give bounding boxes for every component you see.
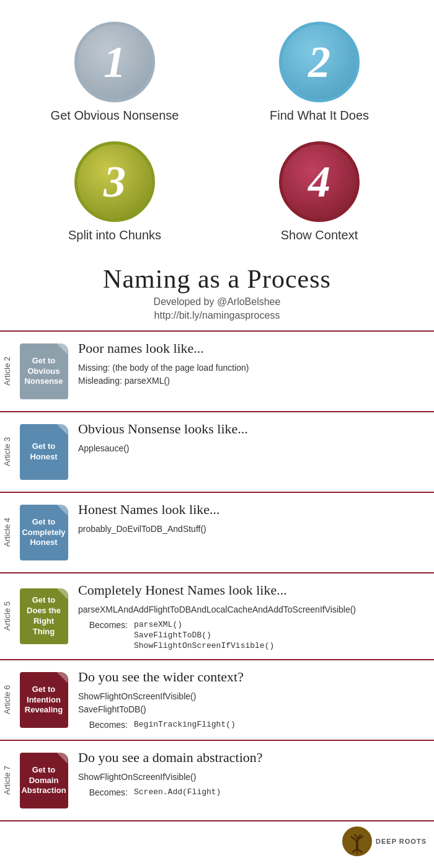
becomes-code-3-1: SaveFlightToDB()	[134, 631, 274, 640]
article-line-4-0: ShowFlightOnScreenIfVisible()	[78, 690, 427, 703]
doc-shape-5: Get to Domain Abstraction	[20, 753, 68, 808]
circles-grid: 1 Get Obvious Nonsense 2 Find What It Do…	[0, 0, 434, 258]
becomes-label-5: Becomes:	[78, 787, 128, 797]
becomes-row-5: Becomes:Screen.Add(Flight)	[78, 787, 427, 797]
becomes-code-5-0: Screen.Add(Flight)	[134, 787, 221, 797]
circle-label-2: Find What It Does	[270, 108, 369, 123]
article-icon-0: Get to Obvious Nonsense	[14, 332, 73, 411]
article-heading-2: Honest Names look like...	[78, 502, 427, 518]
article-icon-1: Get to Honest	[14, 412, 73, 492]
article-content-3: Completely Honest Names look like...pars…	[73, 574, 434, 659]
becomes-label-3: Becomes:	[78, 620, 128, 630]
article-heading-3: Completely Honest Names look like...	[78, 582, 427, 598]
article-row-4: Article 6Get to Intention RevealingDo yo…	[0, 660, 434, 741]
circle-label-4: Show Context	[281, 228, 358, 242]
main-title: Naming as a Process	[12, 264, 422, 294]
article-line-3-0: parseXMLAndAddFlightToDBAndLocalCacheAnd…	[78, 603, 427, 616]
article-line-0-0: Missing: (the body of the page load func…	[78, 361, 427, 374]
article-row-1: Article 3Get to HonestObvious Nonsense l…	[0, 412, 434, 493]
subtitle-1: Developed by @ArloBelshee	[12, 296, 422, 308]
doc-shape-2: Get to Completely Honest	[20, 505, 68, 560]
deep-roots-logo	[342, 826, 372, 856]
becomes-codes-4: BeginTrackingFlight()	[134, 720, 236, 729]
article-content-1: Obvious Nonsense looks like...Applesauce…	[73, 412, 434, 492]
circle-4: 4	[279, 141, 360, 222]
footer: DEEP ROOTS	[0, 822, 434, 861]
circle-item-1: 1 Get Obvious Nonsense	[12, 12, 217, 132]
article-label-4: Article 6	[0, 660, 14, 740]
article-line-4-1: SaveFlightToDB()	[78, 703, 427, 716]
circle-label-1: Get Obvious Nonsense	[51, 108, 179, 123]
circle-label-3: Split into Chunks	[68, 228, 161, 242]
article-icon-3: Get to Does the Right Thing	[14, 574, 73, 659]
article-content-4: Do you see the wider context?ShowFlightO…	[73, 660, 434, 740]
becomes-code-3-2: ShowFlightOnScreenIfVisible()	[134, 641, 274, 650]
article-line-5-0: ShowFlightOnScreenIfVisible()	[78, 771, 427, 784]
article-row-3: Article 5Get to Does the Right ThingComp…	[0, 574, 434, 660]
article-heading-5: Do you see a domain abstraction?	[78, 750, 427, 766]
circle-item-4: 4 Show Context	[217, 132, 422, 252]
article-icon-4: Get to Intention Revealing	[14, 660, 73, 740]
circle-3: 3	[74, 141, 155, 222]
article-row-2: Article 4Get to Completely HonestHonest …	[0, 493, 434, 574]
becomes-row-4: Becomes:BeginTrackingFlight()	[78, 720, 427, 730]
becomes-codes-3: parseXML()SaveFlightToDB()ShowFlightOnSc…	[134, 620, 274, 650]
article-label-1: Article 3	[0, 412, 14, 492]
article-row-0: Article 2Get to Obvious NonsensePoor nam…	[0, 332, 434, 412]
article-line-0-1: Misleading: parseXML()	[78, 374, 427, 388]
becomes-code-3-0: parseXML()	[134, 620, 274, 629]
article-icon-2: Get to Completely Honest	[14, 493, 73, 572]
circle-item-3: 3 Split into Chunks	[12, 132, 217, 252]
becomes-codes-5: Screen.Add(Flight)	[134, 787, 221, 797]
article-line-1-0: Applesauce()	[78, 442, 427, 455]
article-content-2: Honest Names look like...probably_DoEvil…	[73, 493, 434, 572]
doc-shape-3: Get to Does the Right Thing	[20, 588, 68, 644]
article-row-5: Article 7Get to Domain AbstractionDo you…	[0, 741, 434, 822]
doc-shape-4: Get to Intention Revealing	[20, 672, 68, 728]
article-label-5: Article 7	[0, 741, 14, 820]
circle-1: 1	[74, 22, 155, 102]
becomes-row-3: Becomes:parseXML()SaveFlightToDB()ShowFl…	[78, 620, 427, 650]
becomes-label-4: Becomes:	[78, 720, 128, 730]
article-heading-4: Do you see the wider context?	[78, 669, 427, 685]
article-content-0: Poor names look like...Missing: (the bod…	[73, 332, 434, 411]
becomes-code-4-0: BeginTrackingFlight()	[134, 720, 236, 729]
circle-2: 2	[279, 22, 360, 102]
articles-container: Article 2Get to Obvious NonsensePoor nam…	[0, 332, 434, 822]
article-icon-5: Get to Domain Abstraction	[14, 741, 73, 820]
doc-shape-0: Get to Obvious Nonsense	[20, 343, 68, 399]
circle-item-2: 2 Find What It Does	[217, 12, 422, 132]
subtitle-2: http://bit.ly/namingasprocess	[12, 310, 422, 321]
article-heading-0: Poor names look like...	[78, 340, 427, 356]
article-label-2: Article 4	[0, 493, 14, 572]
article-label-3: Article 5	[0, 574, 14, 659]
article-content-5: Do you see a domain abstraction?ShowFlig…	[73, 741, 434, 820]
article-line-2-0: probably_DoEvilToDB_AndStuff()	[78, 523, 427, 536]
article-label-0: Article 2	[0, 332, 14, 411]
title-section: Naming as a Process Developed by @ArloBe…	[0, 258, 434, 332]
doc-shape-1: Get to Honest	[20, 424, 68, 480]
article-heading-1: Obvious Nonsense looks like...	[78, 421, 427, 437]
logo-text: DEEP ROOTS	[376, 838, 427, 845]
